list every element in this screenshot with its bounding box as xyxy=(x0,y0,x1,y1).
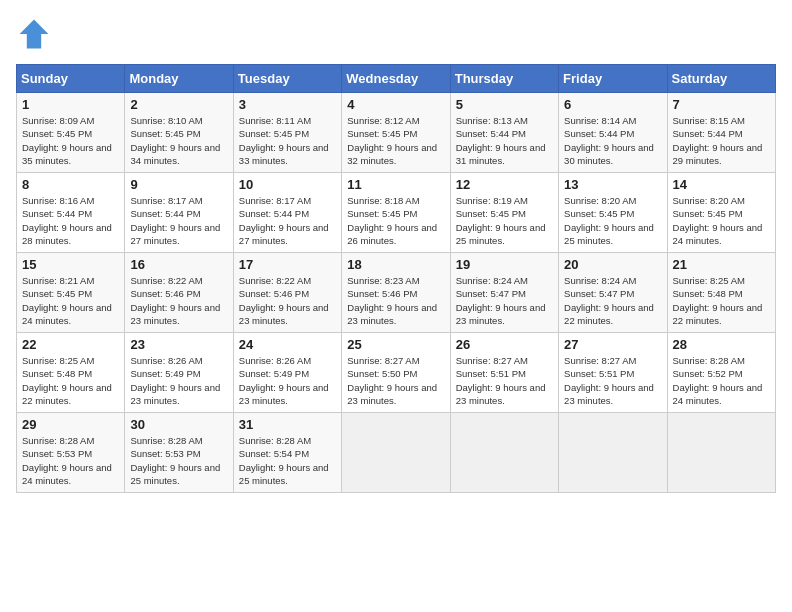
day-info: Sunrise: 8:26 AMSunset: 5:49 PMDaylight:… xyxy=(239,355,329,406)
day-number: 21 xyxy=(673,257,770,272)
day-info: Sunrise: 8:13 AMSunset: 5:44 PMDaylight:… xyxy=(456,115,546,166)
calendar-cell xyxy=(450,413,558,493)
day-number: 5 xyxy=(456,97,553,112)
day-number: 29 xyxy=(22,417,119,432)
column-header-sunday: Sunday xyxy=(17,65,125,93)
day-number: 30 xyxy=(130,417,227,432)
day-info: Sunrise: 8:17 AMSunset: 5:44 PMDaylight:… xyxy=(130,195,220,246)
day-info: Sunrise: 8:15 AMSunset: 5:44 PMDaylight:… xyxy=(673,115,763,166)
day-number: 19 xyxy=(456,257,553,272)
day-number: 23 xyxy=(130,337,227,352)
calendar-cell: 9Sunrise: 8:17 AMSunset: 5:44 PMDaylight… xyxy=(125,173,233,253)
day-info: Sunrise: 8:19 AMSunset: 5:45 PMDaylight:… xyxy=(456,195,546,246)
day-info: Sunrise: 8:27 AMSunset: 5:50 PMDaylight:… xyxy=(347,355,437,406)
column-header-monday: Monday xyxy=(125,65,233,93)
day-number: 25 xyxy=(347,337,444,352)
calendar-cell: 30Sunrise: 8:28 AMSunset: 5:53 PMDayligh… xyxy=(125,413,233,493)
day-info: Sunrise: 8:09 AMSunset: 5:45 PMDaylight:… xyxy=(22,115,112,166)
day-info: Sunrise: 8:12 AMSunset: 5:45 PMDaylight:… xyxy=(347,115,437,166)
day-number: 8 xyxy=(22,177,119,192)
day-info: Sunrise: 8:20 AMSunset: 5:45 PMDaylight:… xyxy=(673,195,763,246)
calendar-cell: 14Sunrise: 8:20 AMSunset: 5:45 PMDayligh… xyxy=(667,173,775,253)
day-info: Sunrise: 8:20 AMSunset: 5:45 PMDaylight:… xyxy=(564,195,654,246)
calendar-cell: 13Sunrise: 8:20 AMSunset: 5:45 PMDayligh… xyxy=(559,173,667,253)
day-number: 31 xyxy=(239,417,336,432)
day-info: Sunrise: 8:22 AMSunset: 5:46 PMDaylight:… xyxy=(130,275,220,326)
day-number: 12 xyxy=(456,177,553,192)
day-number: 17 xyxy=(239,257,336,272)
calendar-cell: 31Sunrise: 8:28 AMSunset: 5:54 PMDayligh… xyxy=(233,413,341,493)
week-row-1: 8Sunrise: 8:16 AMSunset: 5:44 PMDaylight… xyxy=(17,173,776,253)
day-number: 20 xyxy=(564,257,661,272)
calendar-cell: 5Sunrise: 8:13 AMSunset: 5:44 PMDaylight… xyxy=(450,93,558,173)
calendar-cell: 12Sunrise: 8:19 AMSunset: 5:45 PMDayligh… xyxy=(450,173,558,253)
calendar-cell: 29Sunrise: 8:28 AMSunset: 5:53 PMDayligh… xyxy=(17,413,125,493)
day-number: 7 xyxy=(673,97,770,112)
column-header-thursday: Thursday xyxy=(450,65,558,93)
calendar-cell: 21Sunrise: 8:25 AMSunset: 5:48 PMDayligh… xyxy=(667,253,775,333)
day-number: 16 xyxy=(130,257,227,272)
column-header-saturday: Saturday xyxy=(667,65,775,93)
week-row-4: 29Sunrise: 8:28 AMSunset: 5:53 PMDayligh… xyxy=(17,413,776,493)
calendar-cell: 26Sunrise: 8:27 AMSunset: 5:51 PMDayligh… xyxy=(450,333,558,413)
day-info: Sunrise: 8:23 AMSunset: 5:46 PMDaylight:… xyxy=(347,275,437,326)
day-number: 26 xyxy=(456,337,553,352)
day-info: Sunrise: 8:21 AMSunset: 5:45 PMDaylight:… xyxy=(22,275,112,326)
calendar-cell: 27Sunrise: 8:27 AMSunset: 5:51 PMDayligh… xyxy=(559,333,667,413)
day-info: Sunrise: 8:25 AMSunset: 5:48 PMDaylight:… xyxy=(22,355,112,406)
calendar-cell: 16Sunrise: 8:22 AMSunset: 5:46 PMDayligh… xyxy=(125,253,233,333)
page-header xyxy=(16,16,776,52)
day-info: Sunrise: 8:17 AMSunset: 5:44 PMDaylight:… xyxy=(239,195,329,246)
day-number: 3 xyxy=(239,97,336,112)
day-info: Sunrise: 8:26 AMSunset: 5:49 PMDaylight:… xyxy=(130,355,220,406)
day-number: 1 xyxy=(22,97,119,112)
day-number: 6 xyxy=(564,97,661,112)
calendar-cell: 28Sunrise: 8:28 AMSunset: 5:52 PMDayligh… xyxy=(667,333,775,413)
calendar-cell: 11Sunrise: 8:18 AMSunset: 5:45 PMDayligh… xyxy=(342,173,450,253)
day-info: Sunrise: 8:28 AMSunset: 5:52 PMDaylight:… xyxy=(673,355,763,406)
calendar-cell: 6Sunrise: 8:14 AMSunset: 5:44 PMDaylight… xyxy=(559,93,667,173)
calendar-cell: 1Sunrise: 8:09 AMSunset: 5:45 PMDaylight… xyxy=(17,93,125,173)
calendar-cell: 24Sunrise: 8:26 AMSunset: 5:49 PMDayligh… xyxy=(233,333,341,413)
day-number: 27 xyxy=(564,337,661,352)
calendar-cell: 19Sunrise: 8:24 AMSunset: 5:47 PMDayligh… xyxy=(450,253,558,333)
svg-marker-0 xyxy=(20,20,49,49)
week-row-0: 1Sunrise: 8:09 AMSunset: 5:45 PMDaylight… xyxy=(17,93,776,173)
day-info: Sunrise: 8:27 AMSunset: 5:51 PMDaylight:… xyxy=(564,355,654,406)
column-header-friday: Friday xyxy=(559,65,667,93)
day-info: Sunrise: 8:22 AMSunset: 5:46 PMDaylight:… xyxy=(239,275,329,326)
day-number: 22 xyxy=(22,337,119,352)
day-info: Sunrise: 8:28 AMSunset: 5:53 PMDaylight:… xyxy=(22,435,112,486)
day-info: Sunrise: 8:10 AMSunset: 5:45 PMDaylight:… xyxy=(130,115,220,166)
day-number: 14 xyxy=(673,177,770,192)
day-number: 15 xyxy=(22,257,119,272)
day-number: 10 xyxy=(239,177,336,192)
day-info: Sunrise: 8:18 AMSunset: 5:45 PMDaylight:… xyxy=(347,195,437,246)
calendar-cell: 4Sunrise: 8:12 AMSunset: 5:45 PMDaylight… xyxy=(342,93,450,173)
calendar-cell: 8Sunrise: 8:16 AMSunset: 5:44 PMDaylight… xyxy=(17,173,125,253)
calendar-cell: 15Sunrise: 8:21 AMSunset: 5:45 PMDayligh… xyxy=(17,253,125,333)
day-number: 13 xyxy=(564,177,661,192)
header-row: SundayMondayTuesdayWednesdayThursdayFrid… xyxy=(17,65,776,93)
calendar-cell: 20Sunrise: 8:24 AMSunset: 5:47 PMDayligh… xyxy=(559,253,667,333)
day-info: Sunrise: 8:28 AMSunset: 5:54 PMDaylight:… xyxy=(239,435,329,486)
calendar-cell: 23Sunrise: 8:26 AMSunset: 5:49 PMDayligh… xyxy=(125,333,233,413)
day-number: 9 xyxy=(130,177,227,192)
calendar-cell: 22Sunrise: 8:25 AMSunset: 5:48 PMDayligh… xyxy=(17,333,125,413)
day-number: 28 xyxy=(673,337,770,352)
calendar-cell xyxy=(559,413,667,493)
column-header-tuesday: Tuesday xyxy=(233,65,341,93)
calendar-table: SundayMondayTuesdayWednesdayThursdayFrid… xyxy=(16,64,776,493)
day-info: Sunrise: 8:24 AMSunset: 5:47 PMDaylight:… xyxy=(564,275,654,326)
day-info: Sunrise: 8:14 AMSunset: 5:44 PMDaylight:… xyxy=(564,115,654,166)
day-number: 2 xyxy=(130,97,227,112)
calendar-cell: 17Sunrise: 8:22 AMSunset: 5:46 PMDayligh… xyxy=(233,253,341,333)
day-info: Sunrise: 8:16 AMSunset: 5:44 PMDaylight:… xyxy=(22,195,112,246)
calendar-cell: 3Sunrise: 8:11 AMSunset: 5:45 PMDaylight… xyxy=(233,93,341,173)
day-info: Sunrise: 8:25 AMSunset: 5:48 PMDaylight:… xyxy=(673,275,763,326)
day-info: Sunrise: 8:24 AMSunset: 5:47 PMDaylight:… xyxy=(456,275,546,326)
calendar-cell: 25Sunrise: 8:27 AMSunset: 5:50 PMDayligh… xyxy=(342,333,450,413)
calendar-cell: 2Sunrise: 8:10 AMSunset: 5:45 PMDaylight… xyxy=(125,93,233,173)
column-header-wednesday: Wednesday xyxy=(342,65,450,93)
day-number: 4 xyxy=(347,97,444,112)
